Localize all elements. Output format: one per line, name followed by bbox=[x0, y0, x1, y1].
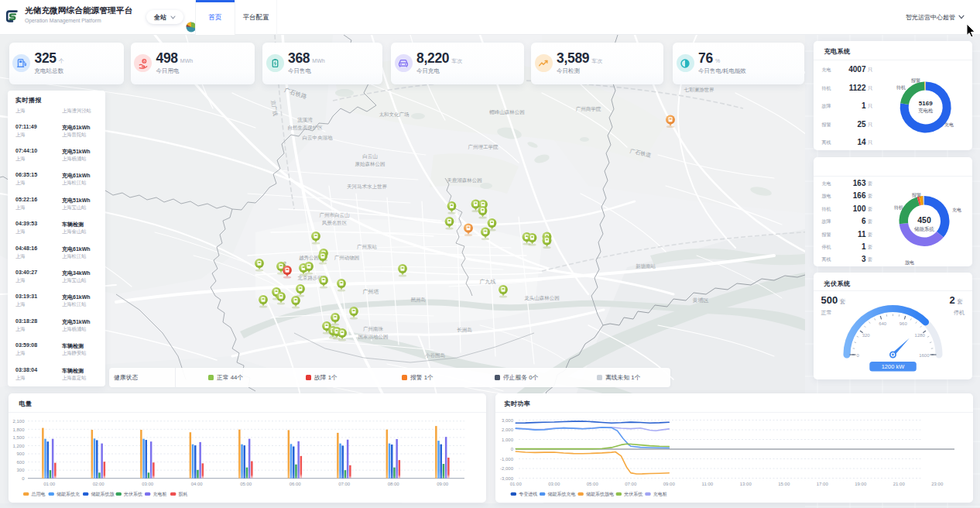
svg-text:600: 600 bbox=[16, 460, 25, 465]
svg-text:充电桩: 充电桩 bbox=[653, 491, 667, 497]
svg-text:0: 0 bbox=[22, 476, 25, 481]
svg-text:0: 0 bbox=[511, 447, 514, 451]
svg-text:17:00: 17:00 bbox=[817, 482, 829, 486]
svg-text:11:00: 11:00 bbox=[702, 482, 714, 486]
svg-text:1,200: 1,200 bbox=[12, 444, 25, 448]
svg-text:光伏系统: 光伏系统 bbox=[623, 491, 643, 497]
svg-text:储能系统充电: 储能系统充电 bbox=[548, 491, 576, 497]
svg-text:损耗: 损耗 bbox=[179, 491, 188, 497]
svg-text:1,800: 1,800 bbox=[12, 427, 25, 432]
svg-text:06:00: 06:00 bbox=[290, 482, 302, 486]
svg-text:09:00: 09:00 bbox=[437, 482, 449, 486]
svg-text:-1,000: -1,000 bbox=[500, 457, 514, 462]
svg-text:21:00: 21:00 bbox=[893, 482, 906, 486]
svg-text:专变进线: 专变进线 bbox=[519, 491, 537, 497]
svg-text:09:00: 09:00 bbox=[663, 482, 676, 486]
svg-text:储能系统充: 储能系统充 bbox=[57, 491, 80, 497]
svg-text:05:00: 05:00 bbox=[587, 482, 599, 486]
svg-text:300: 300 bbox=[16, 468, 25, 472]
svg-text:02:00: 02:00 bbox=[93, 482, 105, 486]
svg-text:05:00: 05:00 bbox=[240, 482, 252, 486]
svg-text:15:00: 15:00 bbox=[778, 482, 790, 486]
svg-text:04:00: 04:00 bbox=[191, 482, 204, 486]
svg-text:3,000: 3,000 bbox=[502, 418, 514, 423]
svg-text:1,500: 1,500 bbox=[12, 435, 25, 440]
svg-text:总用电: 总用电 bbox=[31, 492, 46, 497]
svg-text:储能系统放电: 储能系统放电 bbox=[586, 491, 614, 497]
svg-text:-3,000: -3,000 bbox=[500, 476, 514, 481]
svg-text:储能系统放: 储能系统放 bbox=[91, 491, 115, 497]
svg-text:03:00: 03:00 bbox=[548, 482, 560, 486]
svg-text:01:00: 01:00 bbox=[510, 482, 523, 486]
svg-text:03:00: 03:00 bbox=[142, 482, 154, 486]
svg-text:900: 900 bbox=[16, 451, 25, 456]
svg-text:19:00: 19:00 bbox=[855, 482, 867, 486]
svg-text:光伏系统: 光伏系统 bbox=[123, 491, 143, 497]
svg-text:-2,000: -2,000 bbox=[500, 466, 514, 471]
svg-text:13:00: 13:00 bbox=[740, 482, 752, 486]
svg-text:2,100: 2,100 bbox=[12, 419, 25, 424]
svg-text:07:00: 07:00 bbox=[338, 482, 351, 486]
svg-text:充电桩: 充电桩 bbox=[153, 491, 167, 497]
svg-text:1,000: 1,000 bbox=[502, 438, 514, 442]
svg-text:2,000: 2,000 bbox=[502, 427, 514, 432]
svg-text:23:00: 23:00 bbox=[931, 482, 944, 486]
svg-text:08:00: 08:00 bbox=[388, 482, 400, 486]
svg-text:01:00: 01:00 bbox=[43, 482, 56, 486]
svg-text:07:00: 07:00 bbox=[625, 482, 637, 486]
